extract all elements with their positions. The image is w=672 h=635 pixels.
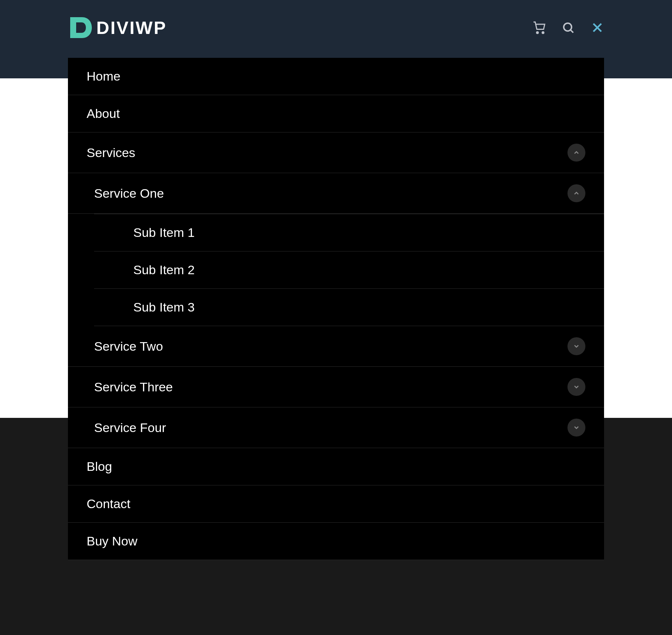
menu-item-about[interactable]: About — [68, 95, 604, 132]
mobile-menu-panel: Home About Services Service One Sub Item… — [68, 58, 604, 560]
menu-label: Service Four — [94, 420, 166, 435]
svg-point-0 — [536, 32, 538, 34]
menu-item-service-four[interactable]: Service Four — [68, 407, 604, 448]
cart-icon[interactable] — [532, 21, 546, 34]
expand-button[interactable] — [567, 378, 585, 396]
svg-line-3 — [570, 30, 573, 33]
menu-item-service-two[interactable]: Service Two — [68, 326, 604, 367]
chevron-down-icon — [573, 342, 580, 350]
svg-point-1 — [542, 32, 544, 34]
logo-icon — [68, 15, 93, 40]
svg-point-2 — [564, 23, 572, 31]
menu-item-service-one[interactable]: Service One — [68, 173, 604, 214]
menu-label: Service Three — [94, 380, 173, 394]
menu-item-service-three[interactable]: Service Three — [68, 367, 604, 407]
search-icon[interactable] — [561, 21, 575, 34]
menu-label: Sub Item 1 — [133, 225, 195, 240]
chevron-down-icon — [573, 424, 580, 431]
collapse-button[interactable] — [567, 144, 585, 162]
menu-item-contact[interactable]: Contact — [68, 485, 604, 523]
header-actions — [532, 15, 604, 34]
menu-label: Services — [87, 146, 135, 160]
chevron-up-icon — [573, 149, 580, 156]
site-logo[interactable]: DIVIWP — [68, 15, 167, 40]
close-menu-icon[interactable] — [591, 21, 604, 34]
collapse-button[interactable] — [567, 184, 585, 202]
submenu-service-one: Sub Item 1 Sub Item 2 Sub Item 3 — [68, 214, 604, 326]
menu-label: Sub Item 3 — [133, 300, 195, 315]
menu-item-sub-item-2[interactable]: Sub Item 2 — [94, 251, 604, 289]
menu-label: Contact — [87, 497, 130, 511]
menu-item-sub-item-1[interactable]: Sub Item 1 — [94, 214, 604, 251]
logo-text: DIVIWP — [96, 18, 167, 38]
menu-item-blog[interactable]: Blog — [68, 448, 604, 485]
menu-item-buy-now[interactable]: Buy Now — [68, 523, 604, 560]
expand-button[interactable] — [567, 337, 585, 355]
menu-item-home[interactable]: Home — [68, 58, 604, 95]
chevron-up-icon — [573, 190, 580, 197]
menu-item-sub-item-3[interactable]: Sub Item 3 — [94, 289, 604, 326]
menu-label: Home — [87, 69, 121, 84]
expand-button[interactable] — [567, 419, 585, 437]
menu-label: Service Two — [94, 339, 163, 354]
menu-label: About — [87, 106, 120, 121]
chevron-down-icon — [573, 383, 580, 391]
menu-label: Service One — [94, 186, 164, 201]
menu-label: Sub Item 2 — [133, 263, 195, 277]
menu-label: Blog — [87, 459, 112, 474]
menu-label: Buy Now — [87, 534, 137, 548]
menu-item-services[interactable]: Services — [68, 132, 604, 173]
